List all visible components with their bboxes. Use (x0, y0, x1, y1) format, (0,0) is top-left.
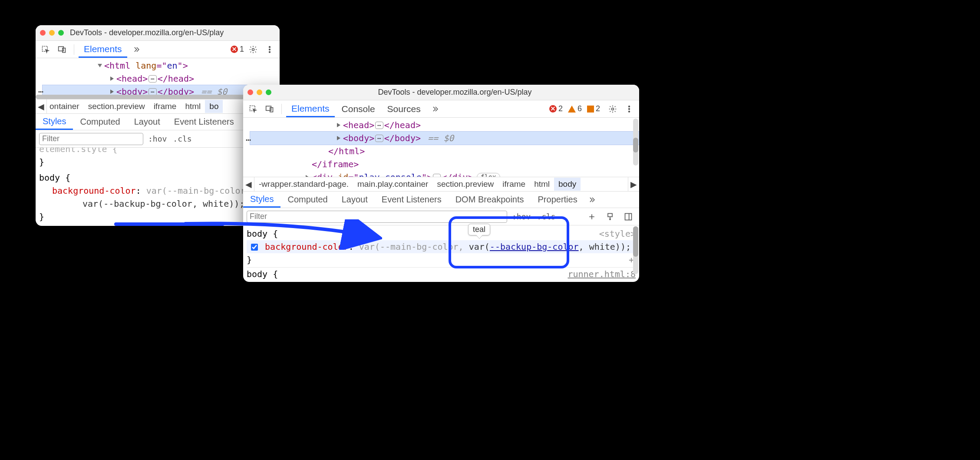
css-declaration[interactable]: background-color: var(--main-bg-color, v… (247, 240, 636, 253)
expand-icon[interactable] (337, 136, 340, 140)
issue-count[interactable]: 2 (587, 104, 600, 113)
ellipsis-icon[interactable]: ⋯ (148, 75, 156, 83)
styles-pane[interactable]: body { <style> background-color: var(--m… (243, 225, 639, 282)
crumb-item[interactable]: main.play.container (353, 178, 432, 191)
titlebar[interactable]: DevTools - developer.mozilla.org/en-US/p… (36, 25, 280, 41)
subtab-styles[interactable]: Styles (243, 192, 280, 208)
svg-point-15 (629, 111, 630, 112)
settings-icon[interactable] (246, 42, 261, 57)
svg-point-3 (252, 48, 254, 50)
titlebar[interactable]: DevTools - developer.mozilla.org/en-US/p… (243, 85, 639, 100)
vertical-scrollbar[interactable] (633, 226, 638, 274)
breadcrumb[interactable]: ◀ -wrapper.standard-page. main.play.cont… (243, 177, 639, 192)
subtab-computed[interactable]: Computed (280, 192, 334, 207)
crumb-item[interactable]: html (181, 100, 205, 113)
css-selector[interactable]: body { (247, 268, 278, 281)
tab-elements[interactable]: Elements (286, 101, 335, 117)
tab-console[interactable]: Console (337, 101, 380, 117)
close-icon[interactable] (247, 89, 253, 95)
crumb-item[interactable]: html (530, 178, 554, 191)
crumb-item[interactable]: iframe (498, 178, 530, 191)
minimize-icon[interactable] (257, 89, 262, 95)
traffic-lights[interactable] (247, 89, 271, 95)
close-icon[interactable] (40, 30, 46, 36)
crumb-item[interactable]: -wrapper.standard-page. (254, 178, 353, 191)
inspect-icon[interactable] (246, 102, 261, 116)
subtab-layout[interactable]: Layout (335, 192, 375, 207)
ellipsis-icon[interactable]: ⋯ (375, 135, 383, 142)
ellipsis-icon[interactable]: ⋯ (246, 133, 251, 146)
crumb-prev-icon[interactable]: ◀ (243, 177, 254, 191)
css-rule[interactable]: element.style { (39, 148, 276, 156)
settings-icon[interactable] (605, 102, 620, 116)
window-title: DevTools - developer.mozilla.org/en-US/p… (67, 28, 275, 37)
subtab-computed[interactable]: Computed (73, 114, 127, 129)
hov-button[interactable]: :hov (511, 211, 532, 222)
horizontal-scrollbar[interactable] (36, 95, 274, 99)
minimize-icon[interactable] (49, 30, 55, 36)
expand-icon[interactable] (110, 76, 114, 81)
computed-sidebar-icon[interactable] (621, 209, 636, 224)
ellipsis-icon[interactable]: ⋯ (148, 88, 156, 96)
crumb-item[interactable]: section.preview (84, 100, 149, 113)
more-tabs-icon[interactable] (428, 102, 442, 116)
html-tag[interactable]: <html lang="en"> (104, 59, 188, 72)
flex-badge[interactable]: flex (477, 173, 500, 177)
cls-button[interactable]: .cls (535, 211, 557, 222)
selected-node[interactable]: <body>⋯</body> == $0 (250, 132, 639, 145)
css-declaration[interactable]: background-color: var(--main-bg-color, (39, 184, 276, 197)
more-tabs-icon[interactable] (129, 42, 144, 57)
css-var-link[interactable]: --backup-bg-color (490, 242, 579, 252)
source-link[interactable]: runner.html:8 (568, 268, 636, 281)
cls-button[interactable]: .cls (172, 133, 193, 144)
subtab-event-listeners[interactable]: Event Listeners (375, 192, 449, 207)
tab-elements[interactable]: Elements (79, 41, 127, 58)
device-toolbar-icon[interactable] (262, 102, 277, 116)
css-declaration-cont[interactable]: var(--backup-bg-color, white)); (39, 197, 276, 210)
expand-icon[interactable] (337, 123, 340, 127)
crumb-item[interactable]: ontainer (45, 100, 84, 113)
css-selector[interactable]: body { (247, 227, 278, 240)
zoom-icon[interactable] (58, 30, 64, 36)
kebab-menu-icon[interactable] (262, 42, 277, 57)
css-selector[interactable]: body { (39, 171, 70, 184)
svg-point-5 (269, 49, 271, 50)
zoom-icon[interactable] (266, 89, 271, 95)
crumb-item[interactable]: bo (205, 100, 223, 113)
error-count[interactable]: 2 (549, 104, 563, 113)
more-subtabs-icon[interactable] (584, 192, 599, 207)
separator (74, 44, 74, 55)
filter-input[interactable] (247, 211, 507, 223)
crumb-next-icon[interactable]: ▶ (628, 177, 639, 191)
subtab-event-listeners[interactable]: Event Listeners (167, 114, 241, 129)
vertical-scrollbar[interactable] (633, 119, 638, 165)
hov-button[interactable]: :hov (147, 133, 168, 144)
css-prop-toggle[interactable] (251, 244, 258, 251)
subtab-layout[interactable]: Layout (127, 114, 167, 129)
filter-input[interactable] (39, 133, 143, 145)
subtab-properties[interactable]: Properties (531, 192, 584, 207)
crumb-item[interactable]: iframe (149, 100, 181, 113)
kebab-menu-icon[interactable] (622, 102, 637, 116)
expand-icon[interactable] (98, 64, 102, 67)
device-toolbar-icon[interactable] (55, 42, 69, 57)
warn-count[interactable]: 6 (568, 104, 582, 113)
crumb-item[interactable]: body (554, 178, 581, 191)
ellipsis-icon[interactable]: ⋯ (433, 174, 441, 177)
expand-icon[interactable] (110, 89, 114, 94)
dom-tree[interactable]: <head>⋯</head> <body>⋯</body> == $0 </ht… (243, 118, 639, 177)
paint-icon[interactable] (603, 209, 617, 224)
ellipsis-icon[interactable]: ⋯ (375, 122, 383, 129)
svg-point-13 (629, 106, 630, 107)
styles-subtabs: Styles Computed Layout Event Listeners D… (243, 192, 639, 208)
inspect-icon[interactable] (38, 42, 53, 57)
new-rule-icon[interactable] (584, 209, 599, 224)
traffic-lights[interactable] (40, 30, 64, 36)
subtab-styles[interactable]: Styles (36, 114, 73, 130)
svg-point-6 (269, 51, 271, 53)
subtab-dom-breakpoints[interactable]: DOM Breakpoints (449, 192, 531, 207)
tab-sources[interactable]: Sources (382, 101, 426, 117)
source-link[interactable]: <style> (599, 227, 636, 240)
error-count[interactable]: 1 (231, 45, 244, 54)
crumb-item[interactable]: section.preview (432, 178, 498, 191)
